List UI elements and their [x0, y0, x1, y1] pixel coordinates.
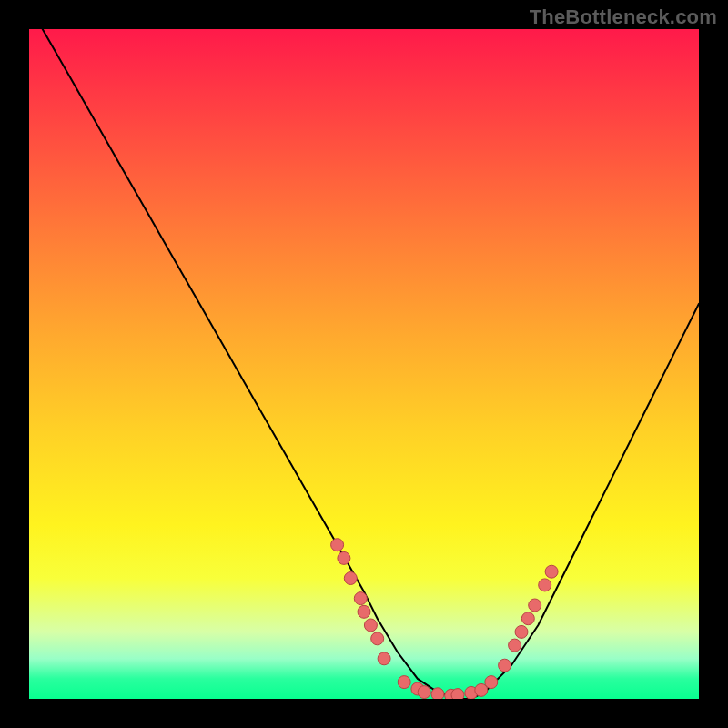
curve-dot	[358, 605, 370, 618]
curve-dot	[418, 686, 430, 699]
curve-dot	[331, 539, 344, 551]
curve-dot	[378, 652, 390, 665]
curve-dot	[451, 689, 464, 699]
curve-dot	[515, 625, 528, 638]
curve-dot	[371, 632, 384, 645]
curve-dot	[499, 659, 511, 672]
curve-dot	[344, 572, 357, 585]
curve-dot	[509, 639, 521, 652]
chart-plot-area	[29, 29, 699, 699]
curve-dot	[338, 551, 350, 564]
curve-dot	[545, 565, 558, 578]
watermark: TheBottleneck.com	[530, 5, 717, 29]
curve-dot	[364, 619, 377, 632]
curve-dot	[539, 579, 551, 592]
curve-dot	[431, 688, 444, 699]
bottleneck-curve	[29, 29, 699, 699]
curve-dot	[485, 676, 498, 689]
curve-dot	[521, 612, 534, 625]
curve-dot	[354, 592, 367, 605]
curve-dot	[398, 676, 410, 689]
curve-dot	[529, 599, 541, 612]
